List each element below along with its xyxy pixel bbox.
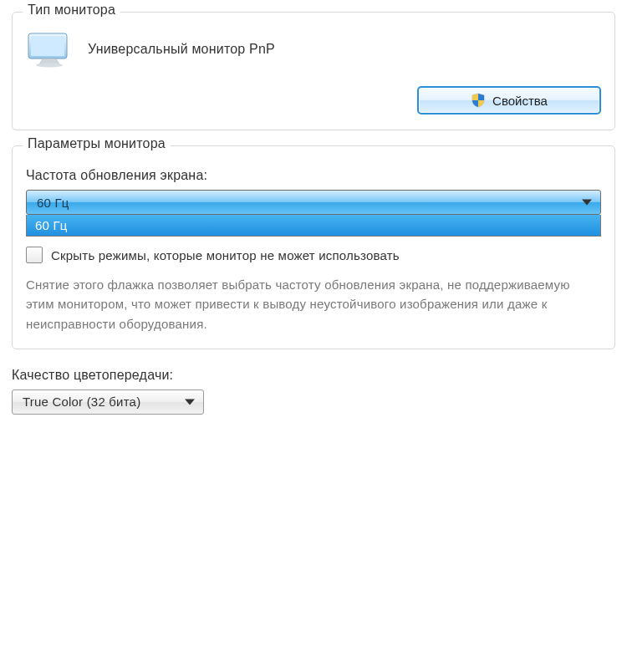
svg-rect-1 [31, 36, 64, 56]
properties-button-label: Свойства [492, 94, 548, 108]
svg-point-2 [36, 64, 63, 68]
uac-shield-icon [471, 93, 486, 108]
monitor-settings-group: Параметры монитора Частота обновления эк… [12, 145, 615, 349]
refresh-rate-dropdown: 60 Гц [26, 215, 601, 237]
hide-modes-label: Скрыть режимы, которые монитор не может … [51, 248, 400, 262]
monitor-row: Универсальный монитор PnP [26, 31, 601, 68]
chevron-down-icon [185, 399, 195, 405]
monitor-icon [26, 31, 73, 68]
hide-modes-hint: Снятие этого флажка позволяет выбрать ча… [26, 275, 601, 333]
monitor-name: Универсальный монитор PnP [88, 42, 275, 57]
chevron-down-icon [582, 200, 592, 206]
color-quality-label: Качество цветопередачи: [12, 368, 615, 383]
color-quality-section: Качество цветопередачи: True Color (32 б… [12, 368, 615, 415]
refresh-rate-label: Частота обновления экрана: [26, 168, 601, 183]
monitor-type-legend: Тип монитора [23, 3, 120, 18]
refresh-rate-option[interactable]: 60 Гц [27, 215, 600, 236]
hide-modes-checkbox[interactable] [26, 247, 43, 263]
monitor-settings-legend: Параметры монитора [23, 136, 171, 151]
color-quality-value: True Color (32 бита) [23, 395, 140, 409]
refresh-rate-value: 60 Гц [37, 196, 69, 210]
color-quality-combo[interactable]: True Color (32 бита) [12, 389, 204, 415]
hide-modes-row: Скрыть режимы, которые монитор не может … [26, 247, 601, 263]
monitor-type-group: Тип монитора Универсальный монитор PnP [12, 12, 615, 130]
button-row: Свойства [26, 86, 601, 115]
refresh-rate-combo[interactable]: 60 Гц [26, 190, 601, 215]
properties-button[interactable]: Свойства [417, 86, 601, 115]
